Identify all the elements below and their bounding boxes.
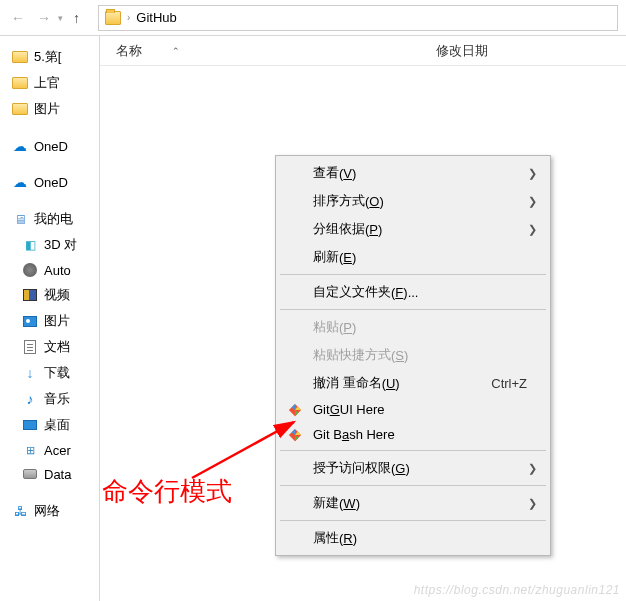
tree-item-onedrive[interactable]: ☁OneD xyxy=(0,170,99,194)
tree-item-3d-objects[interactable]: ◧3D 对 xyxy=(0,232,99,258)
menu-label: 新建 xyxy=(313,494,339,512)
tree-label: 上官 xyxy=(34,74,60,92)
drive-icon: ⊞ xyxy=(22,442,38,458)
menu-item-refresh[interactable]: 刷新(E) xyxy=(279,243,547,271)
tree-label: 5.第[ xyxy=(34,48,61,66)
tree-item-pictures[interactable]: 图片 xyxy=(0,308,99,334)
document-icon xyxy=(24,340,36,354)
tree-item[interactable]: 上官 xyxy=(0,70,99,96)
tree-label: 3D 对 xyxy=(44,236,77,254)
column-header-modified[interactable]: 修改日期 xyxy=(420,42,504,60)
tree-item-this-pc[interactable]: 🖥我的电 xyxy=(0,206,99,232)
menu-item-sort[interactable]: 排序方式(O)❯ xyxy=(279,187,547,215)
menu-item-customize-folder[interactable]: 自定义文件夹(F)... xyxy=(279,278,547,306)
chevron-right-icon: ❯ xyxy=(528,462,537,475)
menu-item-group[interactable]: 分组依据(P)❯ xyxy=(279,215,547,243)
folder-icon xyxy=(12,77,28,89)
menu-item-new[interactable]: 新建(W)❯ xyxy=(279,489,547,517)
menu-item-properties[interactable]: 属性(R) xyxy=(279,524,547,552)
nav-up-button[interactable]: ↑ xyxy=(73,10,80,26)
menu-label: 自定义文件夹 xyxy=(313,283,391,301)
chevron-right-icon[interactable]: › xyxy=(127,12,130,23)
menu-label: 授予访问权限 xyxy=(313,459,391,477)
address-bar[interactable]: › GitHub xyxy=(98,5,618,31)
menu-label: Git B xyxy=(313,427,342,442)
tree-label: 网络 xyxy=(34,502,60,520)
tree-item-data-disk[interactable]: Data xyxy=(0,462,99,486)
menu-label: 查看 xyxy=(313,164,339,182)
column-headers: 名称⌃ 修改日期 xyxy=(100,36,626,66)
tree-item[interactable]: 5.第[ xyxy=(0,44,99,70)
cloud-icon: ☁ xyxy=(12,138,28,154)
menu-label: 粘贴快捷方式 xyxy=(313,346,391,364)
toolbar: ← → ▾ ↑ › GitHub xyxy=(0,0,626,36)
cloud-icon: ☁ xyxy=(12,174,28,190)
menu-separator xyxy=(280,309,546,310)
folder-icon xyxy=(12,103,28,115)
column-header-name[interactable]: 名称⌃ xyxy=(100,42,420,60)
navigation-tree: 5.第[ 上官 图片 ☁OneD ☁OneD 🖥我的电 ◧3D 对 Auto 视… xyxy=(0,36,100,601)
menu-separator xyxy=(280,274,546,275)
tree-item-network[interactable]: 🖧网络 xyxy=(0,498,99,524)
menu-item-undo-rename[interactable]: 撤消 重命名(U)Ctrl+Z xyxy=(279,369,547,397)
menu-label: 排序方式 xyxy=(313,192,365,210)
tree-item-music[interactable]: ♪音乐 xyxy=(0,386,99,412)
desktop-icon xyxy=(23,420,37,430)
menu-separator xyxy=(280,520,546,521)
tree-label: 我的电 xyxy=(34,210,73,228)
menu-item-paste: 粘贴(P) xyxy=(279,313,547,341)
tree-item-videos[interactable]: 视频 xyxy=(0,282,99,308)
menu-item-paste-shortcut: 粘贴快捷方式(S) xyxy=(279,341,547,369)
menu-separator xyxy=(280,485,546,486)
network-icon: 🖧 xyxy=(12,503,28,519)
menu-label: 分组依据 xyxy=(313,220,365,238)
tree-label: Acer xyxy=(44,443,71,458)
tree-label: 音乐 xyxy=(44,390,70,408)
tree-item-acer-disk[interactable]: ⊞Acer xyxy=(0,438,99,462)
keyboard-shortcut: Ctrl+Z xyxy=(491,376,527,391)
tree-item-desktop[interactable]: 桌面 xyxy=(0,412,99,438)
annotation-text: 命令行模式 xyxy=(102,474,232,509)
menu-separator xyxy=(280,450,546,451)
tree-label: OneD xyxy=(34,139,68,154)
download-icon: ↓ xyxy=(22,365,38,381)
nav-history-dropdown-icon[interactable]: ▾ xyxy=(58,13,63,23)
tree-label: Data xyxy=(44,467,71,482)
pictures-icon xyxy=(23,316,37,327)
menu-label: 撤消 重命名 xyxy=(313,374,382,392)
tree-label: Auto xyxy=(44,263,71,278)
address-folder-name[interactable]: GitHub xyxy=(136,10,176,25)
cube-icon: ◧ xyxy=(22,237,38,253)
chevron-right-icon: ❯ xyxy=(528,167,537,180)
video-icon xyxy=(23,289,37,301)
tree-item[interactable]: 图片 xyxy=(0,96,99,122)
autocad-icon xyxy=(23,263,37,277)
nav-forward-button[interactable]: → xyxy=(34,8,54,28)
context-menu: 查看(V)❯ 排序方式(O)❯ 分组依据(P)❯ 刷新(E) 自定义文件夹(F)… xyxy=(275,155,551,556)
tree-label: 文档 xyxy=(44,338,70,356)
tree-item-documents[interactable]: 文档 xyxy=(0,334,99,360)
nav-back-button[interactable]: ← xyxy=(8,8,28,28)
folder-icon xyxy=(12,51,28,63)
chevron-right-icon: ❯ xyxy=(528,223,537,236)
sort-ascending-icon: ⌃ xyxy=(172,46,180,56)
column-label: 修改日期 xyxy=(436,42,488,60)
folder-icon xyxy=(105,11,121,25)
menu-label: 属性 xyxy=(313,529,339,547)
git-icon xyxy=(287,427,303,443)
tree-label: OneD xyxy=(34,175,68,190)
menu-item-git-bash-here[interactable]: Git Bash Here xyxy=(279,422,547,447)
music-icon: ♪ xyxy=(22,391,38,407)
tree-label: 下载 xyxy=(44,364,70,382)
git-icon xyxy=(287,402,303,418)
tree-label: 图片 xyxy=(44,312,70,330)
tree-label: 视频 xyxy=(44,286,70,304)
menu-item-grant-access[interactable]: 授予访问权限(G)❯ xyxy=(279,454,547,482)
tree-item-onedrive[interactable]: ☁OneD xyxy=(0,134,99,158)
tree-item-downloads[interactable]: ↓下载 xyxy=(0,360,99,386)
tree-item-autocad[interactable]: Auto xyxy=(0,258,99,282)
menu-item-git-gui-here[interactable]: Git GUI Here xyxy=(279,397,547,422)
pc-icon: 🖥 xyxy=(12,211,28,227)
menu-item-view[interactable]: 查看(V)❯ xyxy=(279,159,547,187)
drive-icon xyxy=(23,469,37,479)
